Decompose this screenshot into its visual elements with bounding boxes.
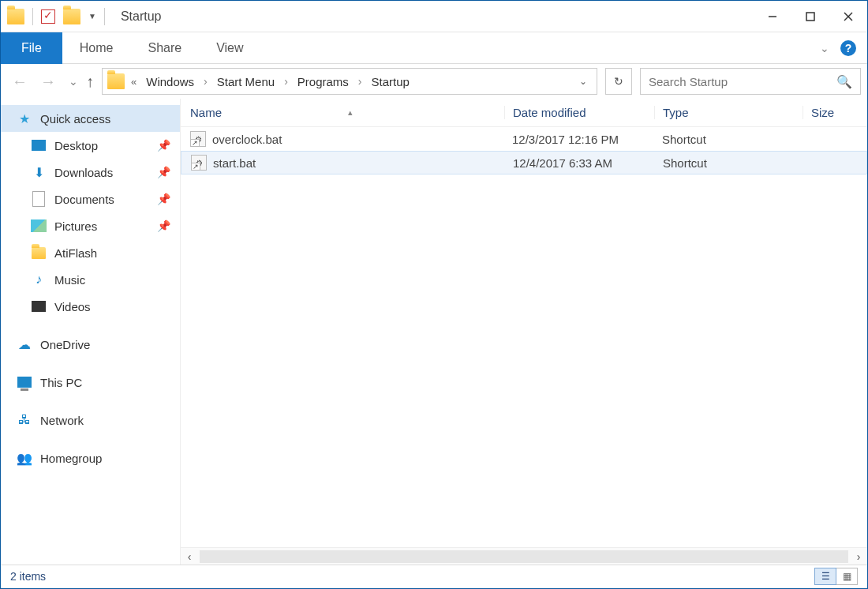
breadcrumb-segment[interactable]: Start Menu bbox=[214, 75, 278, 88]
sidebar-item-label: Documents bbox=[54, 193, 114, 206]
column-label: Date modified bbox=[513, 106, 586, 119]
pin-icon: 📌 bbox=[157, 139, 170, 152]
column-type[interactable]: Type bbox=[654, 106, 803, 119]
scroll-left-icon[interactable]: ‹ bbox=[181, 550, 198, 563]
file-row[interactable]: ⚙ start.bat 12/4/2017 6:33 AM Shortcut bbox=[181, 151, 867, 174]
tab-home[interactable]: Home bbox=[62, 32, 131, 64]
documents-icon bbox=[31, 191, 47, 207]
scroll-track[interactable] bbox=[200, 550, 848, 563]
sidebar-homegroup[interactable]: 👥 Homegroup bbox=[1, 445, 180, 471]
svg-rect-1 bbox=[806, 13, 814, 21]
breadcrumb-segment[interactable]: Windows bbox=[143, 75, 197, 88]
sidebar-network[interactable]: 🖧 Network bbox=[1, 407, 180, 433]
address-dropdown-icon[interactable]: ⌄ bbox=[574, 76, 592, 87]
onedrive-icon: ☁ bbox=[17, 337, 32, 352]
address-overflow-icon[interactable]: « bbox=[128, 76, 140, 88]
sidebar-label: OneDrive bbox=[40, 338, 90, 351]
horizontal-scrollbar[interactable]: ‹ › bbox=[181, 547, 867, 565]
sidebar-item-atiflash[interactable]: AtiFlash bbox=[1, 239, 180, 266]
sidebar-label: Network bbox=[40, 414, 84, 427]
breadcrumb-segment[interactable]: Startup bbox=[369, 75, 413, 88]
minimize-button[interactable] bbox=[754, 1, 791, 32]
help-icon[interactable]: ? bbox=[840, 40, 856, 56]
breadcrumb-separator-icon[interactable]: › bbox=[281, 75, 291, 88]
search-icon[interactable]: 🔍 bbox=[836, 74, 852, 89]
sidebar-item-pictures[interactable]: Pictures 📌 bbox=[1, 212, 180, 239]
breadcrumb-separator-icon[interactable]: › bbox=[355, 75, 365, 88]
refresh-icon: ↻ bbox=[614, 75, 623, 88]
shortcut-file-icon: ⚙ bbox=[190, 131, 206, 147]
sidebar-label: Quick access bbox=[40, 112, 110, 126]
sidebar-label: Homegroup bbox=[40, 452, 102, 465]
details-view-button[interactable]: ☰ bbox=[814, 568, 836, 585]
pictures-icon bbox=[31, 219, 47, 232]
sidebar-onedrive[interactable]: ☁ OneDrive bbox=[1, 331, 180, 358]
new-folder-qat-icon[interactable] bbox=[63, 9, 80, 24]
sidebar-item-downloads[interactable]: ⬇ Downloads 📌 bbox=[1, 159, 180, 186]
qat-dropdown-icon[interactable]: ▼ bbox=[88, 12, 96, 21]
this-pc-icon bbox=[17, 377, 32, 388]
file-date: 12/3/2017 12:16 PM bbox=[504, 133, 654, 146]
search-input[interactable] bbox=[649, 75, 836, 88]
sidebar-this-pc[interactable]: This PC bbox=[1, 369, 180, 396]
close-icon bbox=[844, 12, 853, 21]
pin-icon: 📌 bbox=[157, 193, 170, 205]
sidebar-item-music[interactable]: ♪ Music bbox=[1, 266, 180, 293]
music-icon: ♪ bbox=[31, 272, 47, 287]
file-type: Shortcut bbox=[655, 156, 803, 170]
maximize-button[interactable] bbox=[791, 1, 829, 32]
tab-view[interactable]: View bbox=[199, 32, 260, 64]
column-name[interactable]: Name ▴ bbox=[181, 106, 504, 119]
sort-indicator-icon: ▴ bbox=[348, 107, 353, 118]
nav-history-dropdown-icon[interactable]: ⌄ bbox=[69, 75, 78, 88]
column-date[interactable]: Date modified bbox=[504, 106, 654, 119]
properties-qat-icon[interactable] bbox=[41, 9, 55, 24]
file-date: 12/4/2017 6:33 AM bbox=[505, 156, 655, 170]
tab-share[interactable]: Share bbox=[130, 32, 199, 64]
network-icon: 🖧 bbox=[17, 413, 32, 427]
refresh-button[interactable]: ↻ bbox=[605, 68, 632, 95]
maximize-icon bbox=[806, 12, 815, 21]
column-label: Name bbox=[190, 106, 222, 119]
sidebar-item-desktop[interactable]: Desktop 📌 bbox=[1, 132, 180, 159]
breadcrumb-separator-icon[interactable]: › bbox=[200, 75, 211, 88]
nav-forward-button[interactable]: → bbox=[40, 73, 56, 91]
column-size[interactable]: Size bbox=[803, 106, 867, 119]
desktop-icon bbox=[31, 140, 47, 151]
sidebar-item-label: Pictures bbox=[54, 219, 97, 233]
column-headers: Name ▴ Date modified Type Size bbox=[181, 99, 867, 127]
file-tab[interactable]: File bbox=[1, 32, 62, 64]
column-label: Type bbox=[663, 106, 689, 119]
pin-icon: 📌 bbox=[157, 219, 170, 232]
view-mode-buttons: ☰ ▦ bbox=[815, 568, 858, 585]
ribbon-tabs: File Home Share View ⌄ ? bbox=[1, 32, 867, 64]
status-item-count: 2 items bbox=[10, 570, 46, 583]
ribbon-collapse-icon[interactable]: ⌄ bbox=[820, 42, 829, 54]
folder-icon bbox=[31, 247, 47, 259]
downloads-icon: ⬇ bbox=[31, 165, 47, 180]
sidebar-quick-access[interactable]: ★ Quick access bbox=[1, 105, 180, 132]
file-row[interactable]: ⚙ overclock.bat 12/3/2017 12:16 PM Short… bbox=[181, 127, 867, 151]
nav-up-button[interactable]: ↑ bbox=[86, 73, 94, 91]
scroll-right-icon[interactable]: › bbox=[850, 550, 867, 563]
navigation-pane: ★ Quick access Desktop 📌 ⬇ Downloads 📌 D… bbox=[1, 99, 181, 565]
sidebar-item-label: AtiFlash bbox=[54, 246, 97, 260]
thumbnails-view-button[interactable]: ▦ bbox=[836, 568, 858, 585]
address-bar[interactable]: « Windows › Start Menu › Programs › Star… bbox=[102, 68, 597, 95]
sidebar-label: This PC bbox=[40, 376, 82, 389]
navigation-bar: ← → ⌄ ↑ « Windows › Start Menu › Program… bbox=[1, 64, 867, 99]
sidebar-item-label: Desktop bbox=[54, 139, 98, 152]
breadcrumb-segment[interactable]: Programs bbox=[294, 75, 352, 88]
separator bbox=[104, 8, 105, 25]
sidebar-item-documents[interactable]: Documents 📌 bbox=[1, 186, 180, 212]
homegroup-icon: 👥 bbox=[17, 451, 32, 466]
details-view-icon: ☰ bbox=[821, 571, 830, 582]
close-button[interactable] bbox=[829, 1, 867, 32]
pin-icon: 📌 bbox=[157, 166, 170, 178]
nav-back-button[interactable]: ← bbox=[12, 73, 28, 91]
sidebar-item-videos[interactable]: Videos bbox=[1, 293, 180, 320]
status-bar: 2 items ☰ ▦ bbox=[1, 565, 867, 587]
minimize-icon bbox=[768, 12, 777, 21]
main-area: ★ Quick access Desktop 📌 ⬇ Downloads 📌 D… bbox=[1, 99, 867, 565]
search-box[interactable]: 🔍 bbox=[640, 68, 861, 95]
